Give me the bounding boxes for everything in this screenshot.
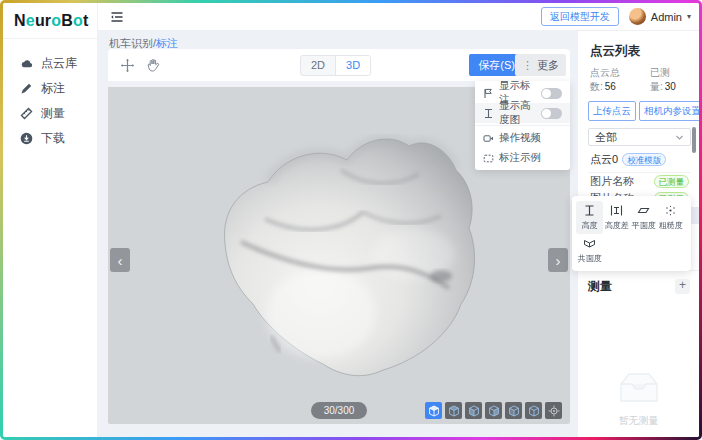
pointcloud-item[interactable]: 点云0 校准模版 <box>588 152 691 173</box>
show-annotation-toggle[interactable] <box>541 88 562 99</box>
logo-segment: e <box>26 12 35 30</box>
header-right: 返回模型开发 Admin ▾ <box>541 7 699 26</box>
tool-label: 平面度 <box>631 220 655 231</box>
menu-item-label: 操作视频 <box>499 131 541 145</box>
crosshair-icon <box>548 405 560 417</box>
add-measure-button[interactable]: + <box>675 279 690 294</box>
roughness-icon <box>664 204 677 217</box>
breadcrumb-parent[interactable]: 机车识别 <box>109 37 153 49</box>
camera-intrinsics-button[interactable]: 相机内参设置 <box>639 101 699 121</box>
download-icon <box>20 132 33 145</box>
username: Admin <box>651 11 682 23</box>
stat-total: 点云总数:56 <box>590 66 640 94</box>
sidebar-item-label: 下载 <box>41 130 65 147</box>
flag-icon <box>483 88 494 99</box>
menu-item-tutorial-video[interactable]: 操作视频 <box>475 128 570 148</box>
tool-label: 共面度 <box>577 253 601 264</box>
view-back-button[interactable] <box>525 402 542 419</box>
filter-value: 全部 <box>595 130 617 145</box>
logo-segment: N <box>14 12 26 30</box>
height-map-icon <box>483 108 494 119</box>
dashed-rect-icon <box>483 153 494 164</box>
tool-label: 高度差 <box>604 220 628 231</box>
measured-tag: 已测量 <box>654 175 690 188</box>
move-icon[interactable] <box>120 58 135 73</box>
tool-label: 高度 <box>581 220 597 231</box>
measure-tools-palette: 高度 高度差 平面度 粗糙度 共面度 <box>572 196 691 271</box>
more-label: 更多 <box>537 58 559 73</box>
view-front-button[interactable] <box>465 402 482 419</box>
menu-item-show-heightmap[interactable]: 显示高度图 <box>475 103 570 123</box>
measure-section: 测量 + 暂无测量 <box>578 270 699 437</box>
measure-title: 测量 <box>588 278 612 295</box>
pan-tools <box>120 58 161 73</box>
prev-image-button[interactable]: ‹ <box>110 248 130 272</box>
sidebar-item-download[interactable]: 下载 <box>3 126 97 151</box>
sidebar-item-label: 标注 <box>41 80 65 97</box>
hand-icon[interactable] <box>146 58 161 73</box>
tool-roughness[interactable]: 粗糙度 <box>657 201 684 234</box>
pointcloud-name: 点云0 <box>590 152 618 167</box>
list-scrollbar[interactable] <box>692 127 696 153</box>
tab-3d[interactable]: 3D <box>335 56 370 75</box>
menu-item-label: 显示高度图 <box>499 99 536 127</box>
menu-item-label: 标注示例 <box>499 151 541 165</box>
logo-segment: ur <box>35 12 51 30</box>
sidebar-item-annotate[interactable]: 标注 <box>3 76 97 101</box>
panel-title: 点云列表 <box>590 43 691 60</box>
tool-flatness[interactable]: 平面度 <box>630 201 657 234</box>
cube-icon <box>528 405 540 417</box>
pointcloud-stats: 点云总数:56 已测量:30 <box>590 66 691 94</box>
stat-measured: 已测量:30 <box>650 66 691 94</box>
tool-height-diff[interactable]: 高度差 <box>603 201 630 234</box>
tab-2d[interactable]: 2D <box>301 56 335 75</box>
breadcrumb-current: 标注 <box>156 37 178 49</box>
sidebar-nav: 点云库 标注 测量 下载 <box>3 39 97 151</box>
tool-height[interactable]: 高度 <box>576 201 603 234</box>
dots-vertical-icon: ⋮ <box>522 59 533 72</box>
logo-segment: B <box>61 12 73 30</box>
logo-segment: t <box>83 12 89 30</box>
sidebar-item-label: 点云库 <box>41 55 77 72</box>
back-to-model-dev-button[interactable]: 返回模型开发 <box>541 7 619 26</box>
calibration-template-tag: 校准模版 <box>622 153 666 166</box>
view-top-button[interactable] <box>445 402 462 419</box>
view-cube-buttons <box>425 402 562 419</box>
avatar <box>629 8 646 25</box>
user-menu[interactable]: Admin ▾ <box>629 8 691 25</box>
sidebar-item-pointcloud-library[interactable]: 点云库 <box>3 51 97 76</box>
pagination-indicator: 30/300 <box>311 402 367 419</box>
reset-view-button[interactable] <box>545 402 562 419</box>
cube-icon <box>488 405 500 417</box>
more-button[interactable]: ⋮ 更多 <box>515 54 566 76</box>
view-left-button[interactable] <box>505 402 522 419</box>
panel-buttons: 上传点云 相机内参设置 <box>588 101 691 121</box>
canvas-toolbar: 2D 3D 保存(S) ⋮ 更多 <box>108 49 570 81</box>
next-image-button[interactable]: › <box>548 248 568 272</box>
video-icon <box>483 133 494 144</box>
tool-coplanarity[interactable]: 共面度 <box>576 234 603 267</box>
sidebar-item-label: 测量 <box>41 105 65 122</box>
sidebar-item-measure[interactable]: 测量 <box>3 101 97 126</box>
cube-icon <box>468 405 480 417</box>
menu-fold-icon[interactable] <box>110 10 124 24</box>
menu-item-annotation-example[interactable]: 标注示例 <box>475 148 570 168</box>
flatness-icon <box>637 204 650 217</box>
tooth-3d-model <box>213 124 478 379</box>
sidebar: NeuroBot 点云库 标注 测量 下载 <box>3 3 98 437</box>
image-list-item[interactable]: 图片名称 已测量 <box>588 173 691 190</box>
height-diff-icon <box>610 204 623 217</box>
chevron-left-icon: ‹ <box>118 252 123 269</box>
view-iso-button[interactable] <box>425 402 442 419</box>
image-name: 图片名称 <box>590 174 634 189</box>
filter-select[interactable]: 全部 <box>588 128 691 146</box>
logo-segment: o <box>73 12 83 30</box>
show-heightmap-toggle[interactable] <box>541 108 562 119</box>
view-right-button[interactable] <box>485 402 502 419</box>
upload-pointcloud-button[interactable]: 上传点云 <box>588 101 636 121</box>
screenshot-frame: NeuroBot 点云库 标注 测量 下载 返 <box>0 0 702 440</box>
cube-icon <box>508 405 520 417</box>
chevron-down-icon <box>675 133 684 142</box>
empty-state-text: 暂无测量 <box>578 414 699 428</box>
coplanarity-icon <box>583 237 596 250</box>
